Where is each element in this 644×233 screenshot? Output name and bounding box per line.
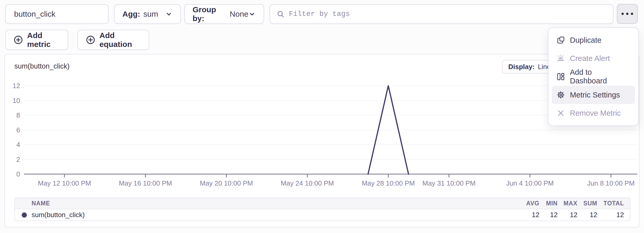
aggregation-label: Agg: xyxy=(122,10,140,19)
y-axis-tick-label: 12 xyxy=(13,82,20,90)
chevron-down-icon xyxy=(165,10,172,18)
y-axis-tick-label: 4 xyxy=(16,141,20,149)
filter-placeholder: Filter by tags xyxy=(289,10,350,18)
series-min: 12 xyxy=(539,211,558,219)
series-color-dot xyxy=(22,212,27,218)
column-header-total: TOTAL xyxy=(597,200,630,207)
metric-name-input[interactable]: button_click xyxy=(5,4,109,24)
context-menu: Duplicate Create Alert Add to Dashboard … xyxy=(548,27,639,126)
menu-item-remove-metric: Remove Metric xyxy=(548,104,638,122)
group-by-value: None xyxy=(230,10,248,19)
close-icon xyxy=(556,109,565,118)
column-header-min: MIN xyxy=(539,200,558,207)
search-icon xyxy=(276,10,285,18)
series-total: 12 xyxy=(597,211,630,219)
alert-icon xyxy=(556,54,565,63)
more-options-button[interactable] xyxy=(617,4,638,24)
series-name: sum(button_click) xyxy=(32,211,85,219)
y-axis-tick-label: 8 xyxy=(16,111,20,119)
column-header-sum: SUM xyxy=(577,200,597,207)
x-axis-tick-label: May 31 10:00 PM xyxy=(422,179,476,187)
chevron-down-icon xyxy=(248,10,256,18)
metric-name-value: button_click xyxy=(14,10,55,19)
group-by-dropdown[interactable]: Group by: None xyxy=(184,4,264,24)
x-axis-tick-label: May 16 10:00 PM xyxy=(119,179,172,187)
display-label: Display: xyxy=(508,63,535,71)
ellipsis-icon xyxy=(620,12,634,16)
aggregation-value: sum xyxy=(143,10,158,19)
menu-item-duplicate[interactable]: Duplicate xyxy=(548,31,638,49)
menu-item-label: Metric Settings xyxy=(570,91,620,99)
add-metric-button[interactable]: Add metric xyxy=(5,30,68,50)
add-metric-label: Add metric xyxy=(27,31,60,49)
gear-icon xyxy=(556,90,565,99)
series-max: 12 xyxy=(558,211,577,219)
column-header-avg: AVG xyxy=(520,200,539,207)
menu-item-label: Remove Metric xyxy=(570,109,621,118)
x-axis-tick-label: May 12 10:00 PM xyxy=(38,179,91,187)
x-axis-tick-label: May 28 10:00 PM xyxy=(362,179,415,187)
column-header-max: MAX xyxy=(558,200,577,207)
chart-title: sum(button_click) xyxy=(14,62,70,70)
series-avg: 12 xyxy=(520,211,539,219)
menu-item-metric-settings[interactable]: Metric Settings xyxy=(552,86,635,104)
menu-item-add-to-dashboard[interactable]: Add to Dashboard xyxy=(548,68,638,86)
x-axis-tick-label: May 24 10:00 PM xyxy=(281,179,334,187)
line-chart: 024681012May 12 10:00 PMMay 16 10:00 PMM… xyxy=(5,79,640,191)
menu-item-create-alert: Create Alert xyxy=(548,49,638,68)
series-sum: 12 xyxy=(577,211,597,219)
plus-circle-icon xyxy=(14,35,23,45)
y-axis-tick-label: 2 xyxy=(16,156,20,163)
duplicate-icon xyxy=(556,36,565,45)
aggregation-dropdown[interactable]: Agg: sum xyxy=(114,4,181,24)
y-axis-tick-label: 0 xyxy=(16,170,20,178)
x-axis-tick-label: Jun 4 10:00 PM xyxy=(506,179,554,187)
column-header-name: NAME xyxy=(15,200,520,207)
table-row[interactable]: sum(button_click) 12 12 12 12 12 xyxy=(15,209,630,220)
summary-table-header: NAME AVG MIN MAX SUM TOTAL xyxy=(15,198,630,209)
add-equation-label: Add equation xyxy=(99,31,141,49)
plus-circle-icon xyxy=(86,35,95,45)
filter-tags-input[interactable]: Filter by tags xyxy=(270,4,613,24)
add-equation-button[interactable]: Add equation xyxy=(77,30,149,50)
menu-item-label: Create Alert xyxy=(570,54,610,63)
chart-panel: sum(button_click) Display: Line 02468101… xyxy=(4,54,640,228)
x-axis-tick-label: Jun 8 10:00 PM xyxy=(587,179,635,187)
metrics-explorer: button_click Agg: sum Group by: None Fil… xyxy=(0,0,644,233)
group-by-label: Group by: xyxy=(193,5,226,23)
y-axis-tick-label: 10 xyxy=(13,97,20,105)
dashboard-icon xyxy=(556,72,565,81)
menu-item-label: Duplicate xyxy=(570,36,601,45)
x-axis-tick-label: May 20 10:00 PM xyxy=(200,179,253,187)
summary-table: NAME AVG MIN MAX SUM TOTAL sum(button_cl… xyxy=(14,198,630,221)
menu-item-label: Add to Dashboard xyxy=(570,68,630,85)
y-axis-tick-label: 6 xyxy=(16,126,20,134)
